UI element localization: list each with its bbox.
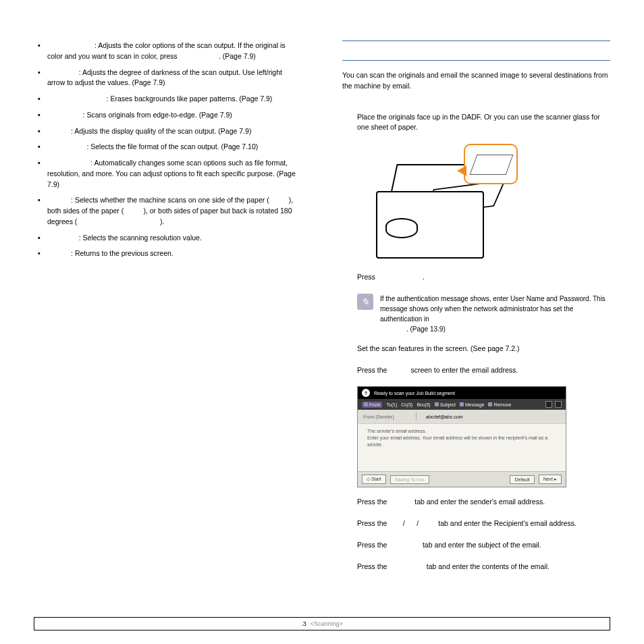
printer-illustration <box>369 144 518 265</box>
tab-subject[interactable]: Subject <box>435 402 456 407</box>
step-text: tab and enter the sender's email address… <box>414 498 545 506</box>
page-footer: .3 <Scanning> <box>34 617 610 630</box>
tab-cc[interactable]: Cc(0) <box>401 402 412 407</box>
step-5: Press the ______ tab and enter the sende… <box>342 497 610 508</box>
callout-bubble <box>464 144 518 184</box>
from-label: From (Sender) <box>363 414 410 419</box>
help-icon[interactable]: ? <box>362 389 370 397</box>
section-rule <box>342 60 610 61</box>
option-text: : Adjusts the display quality of the sca… <box>71 127 251 135</box>
tab-to[interactable]: To(1) <box>386 402 397 407</box>
step-text: screen to enter the email address. <box>410 366 518 374</box>
note-text: If the authentication message shows, ent… <box>380 294 610 334</box>
note-body: If the authentication message shows, ent… <box>380 295 606 323</box>
default-button[interactable]: Default <box>510 475 534 484</box>
option-text: : Selects whether the machine scans on o… <box>71 196 269 204</box>
step-text: tab and enter the subject of the email. <box>423 541 541 549</box>
option-duplex: ______: Selects whether the machine scan… <box>47 195 302 227</box>
tab-icon <box>364 402 368 406</box>
ui-from-row: From (Sender) abcdef@abc.com <box>358 410 566 424</box>
option-erase-bg: _______________: Erases backgrounds like… <box>47 94 302 105</box>
option-color-mode: ____________: Adjusts the color options … <box>47 41 302 62</box>
left-column: ____________: Adjusts the color options … <box>34 41 308 581</box>
tab-label: Bcc(0) <box>417 402 430 407</box>
tab-icon <box>435 402 439 406</box>
option-tail: . (Page 7.9) <box>219 52 256 60</box>
step-text: Press <box>357 273 375 281</box>
step-text: tab and enter the Recipient's email addr… <box>438 519 576 527</box>
step-text: Press the <box>357 519 387 527</box>
step-2: Press ___________ . <box>342 272 610 283</box>
hint-line-2: Enter your email address. Your email add… <box>367 435 558 448</box>
option-auto: ___________: Automatically changes some … <box>47 158 302 190</box>
option-file-format: __________: Selects the file format of t… <box>47 142 302 153</box>
printer-panel <box>385 218 418 238</box>
email-ui-screenshot: ? Ready to scan your Job Build segment F… <box>357 386 566 487</box>
step-text: Press the <box>357 498 387 506</box>
step-6: Press the ___ / __ / ____ tab and enter … <box>342 518 610 529</box>
tab-label: Remove <box>493 402 511 407</box>
option-text: : Adjusts the degree of darkness of the … <box>47 68 282 87</box>
option-darkness: ________: Adjusts the degree of darkness… <box>47 68 302 89</box>
tab-label: Subject <box>440 402 456 407</box>
tab-icon <box>488 402 492 406</box>
next-button[interactable]: Next ▸ <box>539 475 562 484</box>
scroll-right-icon[interactable] <box>555 401 562 408</box>
options-list: ____________: Adjusts the color options … <box>34 41 302 259</box>
note-authentication: ✎ If the authentication message shows, e… <box>357 294 610 334</box>
step-text: tab and enter the contents of the email. <box>427 562 549 570</box>
option-text: : Selects the scanning resolution value. <box>79 234 202 242</box>
step-8: Press the _________ tab and enter the co… <box>342 562 610 572</box>
step-text: Press the <box>357 541 387 549</box>
right-column: You can scan the originals and email the… <box>336 41 610 581</box>
step-text: . <box>423 273 425 281</box>
step-text: Press the <box>357 366 387 374</box>
step-text: Place the originals face up in the DADF.… <box>357 113 600 132</box>
note-tail: . (Page 13.9) <box>406 325 446 333</box>
ui-hint-area: The sender's email address. Enter your e… <box>358 424 566 471</box>
from-address-field[interactable]: abcdef@abc.com <box>426 414 463 419</box>
step-text: Press the <box>357 562 387 570</box>
section-rule <box>342 41 610 41</box>
ui-header: ? Ready to scan your Job Build segment <box>358 387 566 399</box>
tab-message[interactable]: Message <box>460 402 484 407</box>
option-resolution: ________: Selects the scanning resolutio… <box>47 233 302 244</box>
tab-remove[interactable]: Remove <box>488 402 511 407</box>
ui-header-title: Ready to scan your Job Build segment <box>374 391 455 396</box>
option-tail: ). <box>160 217 164 225</box>
start-button[interactable]: ◇ Start <box>362 475 386 484</box>
tab-label: Message <box>465 402 484 407</box>
callout-paper-icon <box>470 155 514 175</box>
tab-label: To(1) <box>386 402 397 407</box>
step-7: Press the ________ tab and enter the sub… <box>342 540 610 551</box>
option-text: : Scans originals from edge-to-edge. (Pa… <box>83 111 232 119</box>
option-quality: ______: Adjusts the display quality of t… <box>47 126 302 137</box>
scroll-left-icon[interactable] <box>545 401 552 408</box>
divider <box>416 412 417 421</box>
step-1: Place the originals face up in the DADF.… <box>342 112 610 134</box>
section-intro: You can scan the originals and email the… <box>342 70 610 92</box>
step-3: Set the scan features in the screen. (Se… <box>342 344 610 354</box>
saving-to-box-button[interactable]: Saving To box <box>390 475 429 484</box>
option-edge-scan: _________: Scans originals from edge-to-… <box>47 110 302 121</box>
tab-icon <box>460 402 464 406</box>
option-text: : Erases backgrounds like paper patterns… <box>107 95 273 103</box>
hint-line-1: The sender's email address. <box>367 428 558 435</box>
ui-tabbar: From To(1) Cc(0) Bcc(0) Subject Message … <box>358 399 566 410</box>
tab-label: From <box>369 402 380 407</box>
step-text: Set the scan features in the screen. (Se… <box>357 344 519 352</box>
step-slash: / <box>403 519 405 527</box>
option-text: : Returns to the previous screen. <box>71 249 173 257</box>
option-text: : Selects the file format of the scan ou… <box>86 142 258 151</box>
tab-from[interactable]: From <box>362 402 382 408</box>
step-4: Press the _____ screen to enter the emai… <box>342 365 610 376</box>
ui-footer: ◇ Start Saving To box Default Next ▸ <box>358 471 566 487</box>
tab-label: Cc(0) <box>401 402 412 407</box>
tab-bcc[interactable]: Bcc(0) <box>417 402 430 407</box>
option-back: ______: Returns to the previous screen. <box>47 248 302 259</box>
page-section: <Scanning> <box>311 620 343 627</box>
page-number: .3 <box>301 620 306 627</box>
step-slash: / <box>417 519 419 527</box>
note-icon: ✎ <box>357 294 373 310</box>
